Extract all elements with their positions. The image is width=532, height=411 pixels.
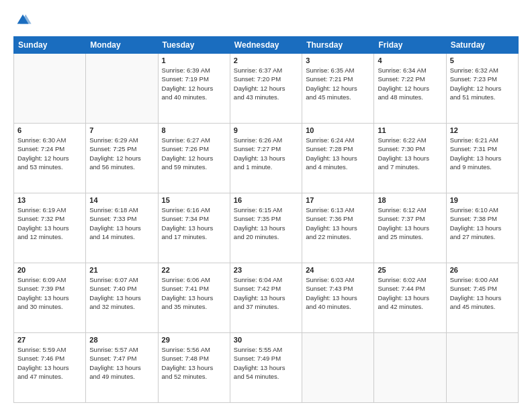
day-info: Sunrise: 6:21 AM Sunset: 7:31 PM Dayligh… bbox=[450, 136, 515, 171]
day-info: Sunrise: 5:57 AM Sunset: 7:47 PM Dayligh… bbox=[89, 345, 154, 381]
day-number: 8 bbox=[162, 126, 226, 134]
day-number: 24 bbox=[306, 266, 370, 274]
calendar-cell: 1Sunrise: 6:39 AM Sunset: 7:19 PM Daylig… bbox=[158, 54, 230, 124]
day-info: Sunrise: 5:59 AM Sunset: 7:46 PM Dayligh… bbox=[17, 345, 82, 381]
day-info: Sunrise: 6:02 AM Sunset: 7:44 PM Dayligh… bbox=[378, 275, 442, 311]
calendar-cell: 3Sunrise: 6:35 AM Sunset: 7:21 PM Daylig… bbox=[302, 54, 374, 124]
day-info: Sunrise: 5:56 AM Sunset: 7:48 PM Dayligh… bbox=[162, 345, 226, 381]
calendar-cell: 5Sunrise: 6:32 AM Sunset: 7:23 PM Daylig… bbox=[446, 54, 518, 124]
calendar-week-row: 13Sunrise: 6:19 AM Sunset: 7:32 PM Dayli… bbox=[14, 193, 519, 263]
day-of-week-header: Thursday bbox=[302, 37, 374, 54]
calendar-cell: 15Sunrise: 6:16 AM Sunset: 7:34 PM Dayli… bbox=[158, 193, 230, 263]
day-info: Sunrise: 6:06 AM Sunset: 7:41 PM Dayligh… bbox=[162, 275, 226, 311]
day-number: 15 bbox=[162, 196, 226, 204]
day-number: 26 bbox=[450, 266, 515, 274]
day-of-week-header: Wednesday bbox=[230, 37, 302, 54]
day-number: 14 bbox=[89, 196, 154, 204]
calendar-cell: 6Sunrise: 6:30 AM Sunset: 7:24 PM Daylig… bbox=[14, 124, 86, 193]
calendar-cell: 13Sunrise: 6:19 AM Sunset: 7:32 PM Dayli… bbox=[14, 193, 86, 263]
calendar-cell: 7Sunrise: 6:29 AM Sunset: 7:25 PM Daylig… bbox=[86, 124, 158, 193]
day-info: Sunrise: 6:10 AM Sunset: 7:38 PM Dayligh… bbox=[450, 205, 515, 241]
calendar-week-row: 27Sunrise: 5:59 AM Sunset: 7:46 PM Dayli… bbox=[14, 333, 519, 403]
day-of-week-header: Monday bbox=[86, 37, 158, 54]
day-number: 23 bbox=[234, 266, 298, 274]
calendar-cell: 19Sunrise: 6:10 AM Sunset: 7:38 PM Dayli… bbox=[446, 193, 518, 263]
day-number: 3 bbox=[306, 56, 370, 64]
logo-icon bbox=[13, 11, 32, 30]
calendar-cell bbox=[446, 333, 518, 403]
calendar-cell: 11Sunrise: 6:22 AM Sunset: 7:30 PM Dayli… bbox=[374, 124, 446, 193]
day-number: 2 bbox=[234, 56, 298, 64]
day-number: 22 bbox=[162, 266, 226, 274]
calendar-cell: 2Sunrise: 6:37 AM Sunset: 7:20 PM Daylig… bbox=[230, 54, 302, 124]
day-number: 6 bbox=[17, 126, 82, 134]
calendar-cell: 17Sunrise: 6:13 AM Sunset: 7:36 PM Dayli… bbox=[302, 193, 374, 263]
calendar-cell: 14Sunrise: 6:18 AM Sunset: 7:33 PM Dayli… bbox=[86, 193, 158, 263]
calendar-header-row: SundayMondayTuesdayWednesdayThursdayFrid… bbox=[14, 37, 519, 54]
day-number: 20 bbox=[17, 266, 82, 274]
calendar-cell: 10Sunrise: 6:24 AM Sunset: 7:28 PM Dayli… bbox=[302, 124, 374, 193]
day-info: Sunrise: 6:37 AM Sunset: 7:20 PM Dayligh… bbox=[234, 66, 298, 101]
header bbox=[13, 11, 519, 30]
day-of-week-header: Friday bbox=[374, 37, 446, 54]
calendar-cell: 20Sunrise: 6:09 AM Sunset: 7:39 PM Dayli… bbox=[14, 263, 86, 333]
day-info: Sunrise: 6:00 AM Sunset: 7:45 PM Dayligh… bbox=[450, 275, 515, 311]
calendar-cell: 29Sunrise: 5:56 AM Sunset: 7:48 PM Dayli… bbox=[158, 333, 230, 403]
day-info: Sunrise: 5:55 AM Sunset: 7:49 PM Dayligh… bbox=[234, 345, 298, 381]
day-number: 11 bbox=[378, 126, 442, 134]
calendar-cell: 27Sunrise: 5:59 AM Sunset: 7:46 PM Dayli… bbox=[14, 333, 86, 403]
day-info: Sunrise: 6:32 AM Sunset: 7:23 PM Dayligh… bbox=[450, 66, 515, 101]
calendar-cell: 4Sunrise: 6:34 AM Sunset: 7:22 PM Daylig… bbox=[374, 54, 446, 124]
day-number: 29 bbox=[162, 336, 226, 344]
day-info: Sunrise: 6:04 AM Sunset: 7:42 PM Dayligh… bbox=[234, 275, 298, 311]
day-info: Sunrise: 6:07 AM Sunset: 7:40 PM Dayligh… bbox=[89, 275, 154, 311]
calendar-cell bbox=[302, 333, 374, 403]
day-of-week-header: Tuesday bbox=[158, 37, 230, 54]
day-info: Sunrise: 6:29 AM Sunset: 7:25 PM Dayligh… bbox=[89, 136, 154, 171]
day-info: Sunrise: 6:16 AM Sunset: 7:34 PM Dayligh… bbox=[162, 205, 226, 241]
calendar-week-row: 20Sunrise: 6:09 AM Sunset: 7:39 PM Dayli… bbox=[14, 263, 519, 333]
day-info: Sunrise: 6:03 AM Sunset: 7:43 PM Dayligh… bbox=[306, 275, 370, 311]
day-info: Sunrise: 6:09 AM Sunset: 7:39 PM Dayligh… bbox=[17, 275, 82, 311]
day-number: 16 bbox=[234, 196, 298, 204]
day-info: Sunrise: 6:13 AM Sunset: 7:36 PM Dayligh… bbox=[306, 205, 370, 241]
day-number: 17 bbox=[306, 196, 370, 204]
calendar-cell: 22Sunrise: 6:06 AM Sunset: 7:41 PM Dayli… bbox=[158, 263, 230, 333]
day-info: Sunrise: 6:22 AM Sunset: 7:30 PM Dayligh… bbox=[378, 136, 442, 171]
calendar-cell bbox=[374, 333, 446, 403]
day-info: Sunrise: 6:27 AM Sunset: 7:26 PM Dayligh… bbox=[162, 136, 226, 171]
calendar-cell: 23Sunrise: 6:04 AM Sunset: 7:42 PM Dayli… bbox=[230, 263, 302, 333]
day-number: 27 bbox=[17, 336, 82, 344]
calendar-cell: 26Sunrise: 6:00 AM Sunset: 7:45 PM Dayli… bbox=[446, 263, 518, 333]
calendar-cell: 25Sunrise: 6:02 AM Sunset: 7:44 PM Dayli… bbox=[374, 263, 446, 333]
day-number: 28 bbox=[89, 336, 154, 344]
day-info: Sunrise: 6:18 AM Sunset: 7:33 PM Dayligh… bbox=[89, 205, 154, 241]
day-info: Sunrise: 6:12 AM Sunset: 7:37 PM Dayligh… bbox=[378, 205, 442, 241]
day-number: 18 bbox=[378, 196, 442, 204]
calendar-cell: 30Sunrise: 5:55 AM Sunset: 7:49 PM Dayli… bbox=[230, 333, 302, 403]
day-info: Sunrise: 6:26 AM Sunset: 7:27 PM Dayligh… bbox=[234, 136, 298, 171]
calendar-cell: 16Sunrise: 6:15 AM Sunset: 7:35 PM Dayli… bbox=[230, 193, 302, 263]
day-number: 4 bbox=[378, 56, 442, 64]
day-of-week-header: Saturday bbox=[446, 37, 518, 54]
day-number: 30 bbox=[234, 336, 298, 344]
calendar-cell: 24Sunrise: 6:03 AM Sunset: 7:43 PM Dayli… bbox=[302, 263, 374, 333]
calendar-cell: 9Sunrise: 6:26 AM Sunset: 7:27 PM Daylig… bbox=[230, 124, 302, 193]
page: SundayMondayTuesdayWednesdayThursdayFrid… bbox=[0, 0, 532, 411]
calendar-cell: 8Sunrise: 6:27 AM Sunset: 7:26 PM Daylig… bbox=[158, 124, 230, 193]
day-number: 12 bbox=[450, 126, 515, 134]
day-number: 25 bbox=[378, 266, 442, 274]
day-number: 7 bbox=[89, 126, 154, 134]
calendar-cell bbox=[86, 54, 158, 124]
day-of-week-header: Sunday bbox=[14, 37, 86, 54]
calendar-cell: 21Sunrise: 6:07 AM Sunset: 7:40 PM Dayli… bbox=[86, 263, 158, 333]
day-info: Sunrise: 6:19 AM Sunset: 7:32 PM Dayligh… bbox=[17, 205, 82, 241]
day-number: 19 bbox=[450, 196, 515, 204]
day-number: 5 bbox=[450, 56, 515, 64]
day-info: Sunrise: 6:15 AM Sunset: 7:35 PM Dayligh… bbox=[234, 205, 298, 241]
day-number: 9 bbox=[234, 126, 298, 134]
calendar-table: SundayMondayTuesdayWednesdayThursdayFrid… bbox=[13, 36, 519, 403]
day-number: 10 bbox=[306, 126, 370, 134]
day-number: 1 bbox=[162, 56, 226, 64]
calendar-week-row: 6Sunrise: 6:30 AM Sunset: 7:24 PM Daylig… bbox=[14, 124, 519, 193]
